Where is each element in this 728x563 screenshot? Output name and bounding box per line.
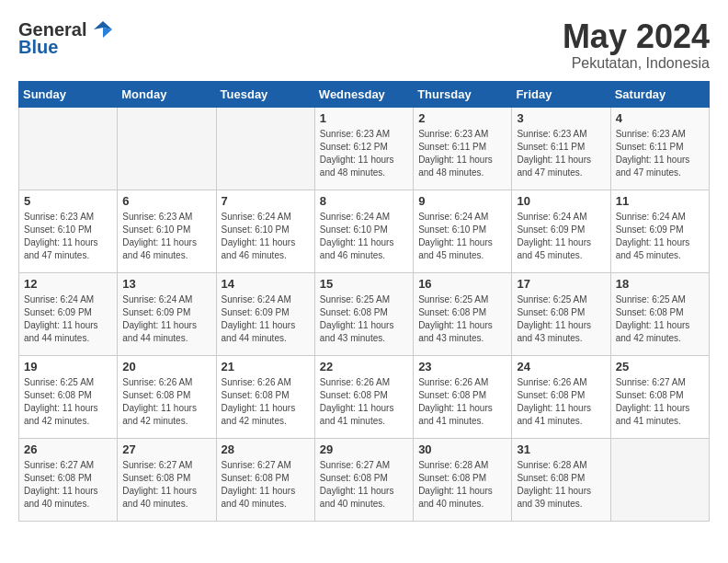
day-info: Sunrise: 6:24 AM Sunset: 6:10 PM Dayligh…: [320, 211, 408, 262]
calendar-header: Sunday Monday Tuesday Wednesday Thursday…: [19, 81, 710, 107]
header-thursday: Thursday: [414, 81, 512, 107]
calendar-cell: 16Sunrise: 6:25 AM Sunset: 6:08 PM Dayli…: [414, 272, 512, 355]
header-saturday: Saturday: [610, 81, 709, 107]
day-info: Sunrise: 6:25 AM Sunset: 6:08 PM Dayligh…: [320, 293, 408, 345]
calendar-cell: 25Sunrise: 6:27 AM Sunset: 6:08 PM Dayli…: [610, 355, 709, 438]
day-info: Sunrise: 6:25 AM Sunset: 6:08 PM Dayligh…: [517, 293, 605, 345]
week-row-2: 5Sunrise: 6:23 AM Sunset: 6:10 PM Daylig…: [19, 190, 710, 272]
calendar-cell: 2Sunrise: 6:23 AM Sunset: 6:11 PM Daylig…: [414, 107, 512, 190]
day-info: Sunrise: 6:24 AM Sunset: 6:10 PM Dayligh…: [222, 211, 310, 262]
day-info: Sunrise: 6:23 AM Sunset: 6:10 PM Dayligh…: [122, 211, 210, 262]
calendar-cell: 3Sunrise: 6:23 AM Sunset: 6:11 PM Daylig…: [512, 107, 610, 190]
day-info: Sunrise: 6:27 AM Sunset: 6:08 PM Dayligh…: [320, 459, 408, 511]
day-number: 31: [517, 442, 605, 456]
day-info: Sunrise: 6:26 AM Sunset: 6:08 PM Dayligh…: [222, 376, 310, 428]
title-block: May 2024 Pekutatan, Indonesia: [563, 18, 710, 72]
day-number: 25: [616, 360, 704, 373]
calendar-cell: [118, 107, 216, 190]
day-number: 7: [222, 194, 310, 208]
day-info: Sunrise: 6:26 AM Sunset: 6:08 PM Dayligh…: [320, 376, 408, 428]
day-number: 11: [616, 194, 704, 208]
calendar-cell: [610, 438, 709, 521]
day-number: 26: [24, 442, 112, 456]
day-info: Sunrise: 6:23 AM Sunset: 6:11 PM Dayligh…: [517, 128, 605, 179]
day-info: Sunrise: 6:24 AM Sunset: 6:09 PM Dayligh…: [616, 211, 704, 262]
day-number: 20: [122, 360, 210, 373]
calendar-cell: 23Sunrise: 6:26 AM Sunset: 6:08 PM Dayli…: [414, 355, 512, 438]
day-number: 30: [418, 442, 506, 456]
day-number: 27: [122, 442, 210, 456]
calendar-cell: 14Sunrise: 6:24 AM Sunset: 6:09 PM Dayli…: [216, 272, 314, 355]
day-info: Sunrise: 6:23 AM Sunset: 6:10 PM Dayligh…: [24, 211, 112, 262]
calendar-table: Sunday Monday Tuesday Wednesday Thursday…: [18, 81, 710, 522]
week-row-3: 12Sunrise: 6:24 AM Sunset: 6:09 PM Dayli…: [19, 272, 710, 355]
header-tuesday: Tuesday: [216, 81, 314, 107]
calendar-cell: 13Sunrise: 6:24 AM Sunset: 6:09 PM Dayli…: [118, 272, 216, 355]
calendar-cell: 29Sunrise: 6:27 AM Sunset: 6:08 PM Dayli…: [314, 438, 413, 521]
calendar-cell: 4Sunrise: 6:23 AM Sunset: 6:11 PM Daylig…: [610, 107, 709, 190]
header-monday: Monday: [118, 81, 216, 107]
day-number: 13: [122, 277, 210, 291]
logo-icon: [92, 18, 114, 40]
calendar-cell: 27Sunrise: 6:27 AM Sunset: 6:08 PM Dayli…: [118, 438, 216, 521]
day-info: Sunrise: 6:24 AM Sunset: 6:09 PM Dayligh…: [517, 211, 605, 262]
day-number: 5: [24, 194, 112, 208]
day-info: Sunrise: 6:26 AM Sunset: 6:08 PM Dayligh…: [418, 376, 506, 428]
week-row-4: 19Sunrise: 6:25 AM Sunset: 6:08 PM Dayli…: [19, 355, 710, 438]
week-row-1: 1Sunrise: 6:23 AM Sunset: 6:12 PM Daylig…: [19, 107, 710, 190]
day-info: Sunrise: 6:27 AM Sunset: 6:08 PM Dayligh…: [24, 459, 112, 511]
calendar-cell: 7Sunrise: 6:24 AM Sunset: 6:10 PM Daylig…: [216, 190, 314, 272]
header-wednesday: Wednesday: [314, 81, 413, 107]
day-number: 17: [517, 277, 605, 291]
header-sunday: Sunday: [19, 81, 118, 107]
day-info: Sunrise: 6:25 AM Sunset: 6:08 PM Dayligh…: [24, 376, 112, 428]
day-info: Sunrise: 6:25 AM Sunset: 6:08 PM Dayligh…: [616, 293, 704, 345]
day-info: Sunrise: 6:24 AM Sunset: 6:09 PM Dayligh…: [24, 293, 112, 345]
day-number: 28: [222, 442, 310, 456]
day-number: 22: [320, 360, 408, 373]
day-number: 29: [320, 442, 408, 456]
calendar-cell: 30Sunrise: 6:28 AM Sunset: 6:08 PM Dayli…: [414, 438, 512, 521]
day-info: Sunrise: 6:24 AM Sunset: 6:10 PM Dayligh…: [418, 211, 506, 262]
day-info: Sunrise: 6:27 AM Sunset: 6:08 PM Dayligh…: [222, 459, 310, 511]
calendar-cell: 19Sunrise: 6:25 AM Sunset: 6:08 PM Dayli…: [19, 355, 118, 438]
logo-blue-text: Blue: [18, 37, 58, 57]
day-info: Sunrise: 6:23 AM Sunset: 6:11 PM Dayligh…: [616, 128, 704, 179]
day-number: 23: [418, 360, 506, 373]
day-number: 15: [320, 277, 408, 291]
day-info: Sunrise: 6:26 AM Sunset: 6:08 PM Dayligh…: [122, 376, 210, 428]
month-title: May 2024: [563, 18, 710, 55]
day-number: 19: [24, 360, 112, 373]
calendar-cell: 28Sunrise: 6:27 AM Sunset: 6:08 PM Dayli…: [216, 438, 314, 521]
calendar-cell: 6Sunrise: 6:23 AM Sunset: 6:10 PM Daylig…: [118, 190, 216, 272]
page-header: General Blue May 2024 Pekutatan, Indones…: [18, 18, 710, 72]
day-number: 8: [320, 194, 408, 208]
calendar-cell: 26Sunrise: 6:27 AM Sunset: 6:08 PM Dayli…: [19, 438, 118, 521]
day-info: Sunrise: 6:23 AM Sunset: 6:11 PM Dayligh…: [418, 128, 506, 179]
day-info: Sunrise: 6:27 AM Sunset: 6:08 PM Dayligh…: [122, 459, 210, 511]
calendar-cell: [19, 107, 118, 190]
day-number: 14: [222, 277, 310, 291]
calendar-cell: 8Sunrise: 6:24 AM Sunset: 6:10 PM Daylig…: [314, 190, 413, 272]
calendar-cell: 5Sunrise: 6:23 AM Sunset: 6:10 PM Daylig…: [19, 190, 118, 272]
logo: General Blue: [18, 18, 114, 58]
weekday-row: Sunday Monday Tuesday Wednesday Thursday…: [19, 81, 710, 107]
calendar-cell: 12Sunrise: 6:24 AM Sunset: 6:09 PM Dayli…: [19, 272, 118, 355]
day-number: 24: [517, 360, 605, 373]
week-row-5: 26Sunrise: 6:27 AM Sunset: 6:08 PM Dayli…: [19, 438, 710, 521]
day-number: 12: [24, 277, 112, 291]
location-title: Pekutatan, Indonesia: [563, 55, 710, 72]
calendar-cell: 20Sunrise: 6:26 AM Sunset: 6:08 PM Dayli…: [118, 355, 216, 438]
day-number: 1: [320, 111, 408, 125]
calendar-cell: 31Sunrise: 6:28 AM Sunset: 6:08 PM Dayli…: [512, 438, 610, 521]
calendar-cell: [216, 107, 314, 190]
day-info: Sunrise: 6:26 AM Sunset: 6:08 PM Dayligh…: [517, 376, 605, 428]
calendar-body: 1Sunrise: 6:23 AM Sunset: 6:12 PM Daylig…: [19, 107, 710, 521]
day-number: 16: [418, 277, 506, 291]
header-friday: Friday: [512, 81, 610, 107]
calendar-cell: 21Sunrise: 6:26 AM Sunset: 6:08 PM Dayli…: [216, 355, 314, 438]
day-number: 4: [616, 111, 704, 125]
calendar-cell: 17Sunrise: 6:25 AM Sunset: 6:08 PM Dayli…: [512, 272, 610, 355]
calendar-cell: 15Sunrise: 6:25 AM Sunset: 6:08 PM Dayli…: [314, 272, 413, 355]
day-info: Sunrise: 6:24 AM Sunset: 6:09 PM Dayligh…: [222, 293, 310, 345]
